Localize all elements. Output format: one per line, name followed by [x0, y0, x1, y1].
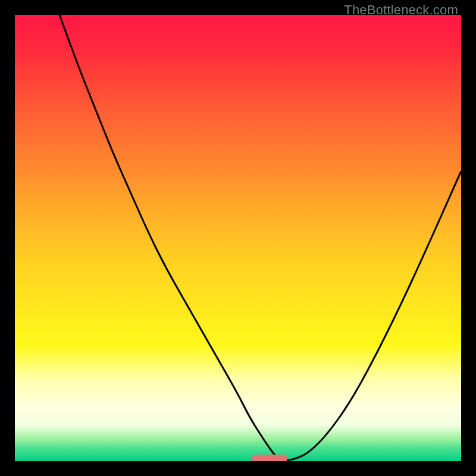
optimum-marker	[252, 455, 287, 461]
chart-frame: TheBottleneck.com	[0, 0, 476, 476]
plot-area	[15, 15, 461, 461]
bottleneck-curve	[60, 15, 461, 461]
curve-layer	[15, 15, 461, 461]
